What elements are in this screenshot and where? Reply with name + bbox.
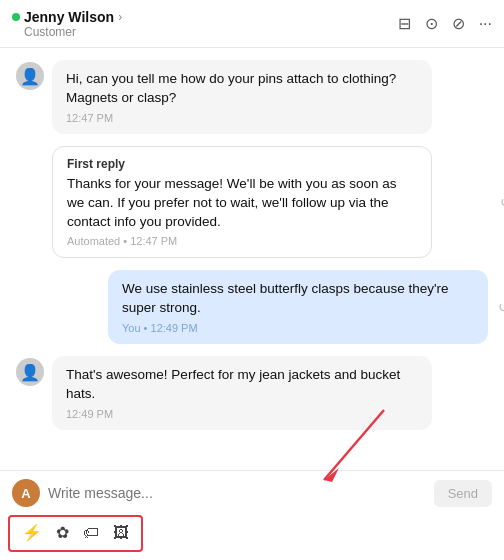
emoji-icon[interactable]: ✿ [56, 523, 69, 542]
own-retry-icon[interactable]: ↺ [498, 299, 504, 315]
message-row-2: 👤 That's awesome! Perfect for my jean ja… [16, 356, 488, 430]
message-timestamp-2: 12:49 PM [66, 408, 418, 420]
message-timestamp: 12:47 PM [66, 112, 418, 124]
auto-reply-text: Thanks for your message! We'll be with y… [67, 175, 417, 232]
online-status-dot [12, 13, 20, 21]
tag-icon[interactable]: 🏷 [83, 524, 99, 542]
contact-subtitle: Customer [24, 25, 122, 39]
customer-bubble: Hi, can you tell me how do your pins att… [52, 60, 432, 134]
image-icon[interactable]: 🖼 [113, 524, 129, 542]
compose-avatar: A [12, 479, 40, 507]
avatar: 👤 [16, 62, 44, 90]
contact-name: Jenny Wilson [24, 9, 114, 25]
user-icon[interactable]: ⊙ [425, 14, 438, 33]
own-message-row: We use stainless steel butterfly clasps … [16, 270, 488, 344]
message-input[interactable] [48, 485, 426, 501]
message-text-2: That's awesome! Perfect for my jean jack… [66, 366, 418, 404]
auto-reply-bubble: First reply Thanks for your message! We'… [52, 146, 432, 259]
auto-reply-wrapper: First reply Thanks for your message! We'… [52, 146, 488, 259]
compose-input-row: A Send [0, 471, 504, 515]
header-contact-info: Jenny Wilson › Customer [12, 9, 122, 39]
user-avatar-icon-2: 👤 [20, 363, 40, 382]
compose-area: A Send ⚡ ✿ 🏷 🖼 [0, 470, 504, 560]
compose-toolbar: ⚡ ✿ 🏷 🖼 [8, 515, 143, 552]
message-row: 👤 Hi, can you tell me how do your pins a… [16, 60, 488, 134]
chat-header: Jenny Wilson › Customer ⊟ ⊙ ⊘ ··· [0, 0, 504, 48]
user-avatar-icon: 👤 [20, 67, 40, 86]
avatar-2: 👤 [16, 358, 44, 386]
more-icon[interactable]: ··· [479, 15, 492, 33]
auto-reply-title: First reply [67, 157, 417, 171]
messages-list: 👤 Hi, can you tell me how do your pins a… [0, 48, 504, 470]
auto-reply-timestamp: Automated • 12:47 PM [67, 235, 417, 247]
own-bubble: We use stainless steel butterfly clasps … [108, 270, 488, 344]
chevron-right-icon[interactable]: › [118, 10, 122, 24]
quick-reply-icon[interactable]: ⚡ [22, 523, 42, 542]
customer-bubble-2: That's awesome! Perfect for my jean jack… [52, 356, 432, 430]
retry-icon[interactable]: ↺ [500, 194, 504, 210]
own-message-timestamp: You • 12:49 PM [122, 322, 474, 334]
archive-icon[interactable]: ⊟ [398, 14, 411, 33]
header-action-buttons: ⊟ ⊙ ⊘ ··· [398, 14, 492, 33]
message-text: Hi, can you tell me how do your pins att… [66, 70, 418, 108]
own-message-text: We use stainless steel butterfly clasps … [122, 280, 474, 318]
send-button[interactable]: Send [434, 480, 492, 507]
block-icon[interactable]: ⊘ [452, 14, 465, 33]
